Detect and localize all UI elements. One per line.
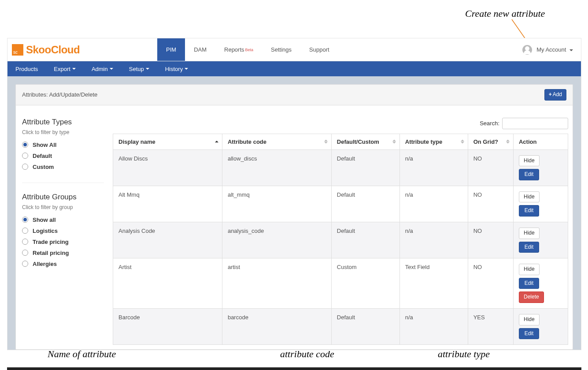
filter-types-title: Attribute Types bbox=[22, 118, 104, 127]
filter-group-radio-item[interactable]: Retail pricing bbox=[22, 250, 104, 256]
filter-type-radio-item[interactable]: Default bbox=[22, 153, 104, 159]
cell-on-grid: NO bbox=[468, 258, 513, 309]
filter-group-radio-item[interactable]: Logistics bbox=[22, 228, 104, 234]
add-attribute-button[interactable]: +Add bbox=[544, 89, 566, 101]
sort-icon bbox=[461, 140, 464, 144]
radio-icon bbox=[22, 217, 28, 223]
sort-icon bbox=[215, 141, 218, 142]
logo[interactable]: sc SkooCloud bbox=[7, 38, 157, 61]
filter-groups-group: Attribute Groups Click to filter by grou… bbox=[22, 193, 104, 280]
radio-icon bbox=[22, 261, 28, 267]
secondbar: ProductsExportAdminSetupHistory bbox=[7, 61, 581, 76]
radio-label: Default bbox=[33, 153, 52, 159]
filter-group-radio-item[interactable]: Show all bbox=[22, 217, 104, 223]
edit-button[interactable]: Edit bbox=[519, 242, 539, 253]
topnav-item-label: Settings bbox=[271, 46, 292, 53]
topnav-item-pim[interactable]: PIM bbox=[157, 38, 185, 61]
my-account-link[interactable]: My Account bbox=[536, 46, 573, 53]
secondbar-item-label: Products bbox=[15, 66, 38, 72]
radio-icon bbox=[22, 250, 28, 256]
cell-on-grid: NO bbox=[468, 186, 513, 222]
secondbar-item-setup[interactable]: Setup bbox=[121, 61, 157, 76]
secondbar-item-history[interactable]: History bbox=[157, 61, 196, 76]
secondbar-item-admin[interactable]: Admin bbox=[84, 61, 121, 76]
cell-default-custom: Default bbox=[331, 149, 399, 186]
filter-types-sub: Click to filter by type bbox=[22, 129, 104, 135]
cell-display-name: Analysis Code bbox=[113, 222, 222, 258]
radio-icon bbox=[22, 164, 28, 170]
filter-type-radio-item[interactable]: Custom bbox=[22, 164, 104, 170]
edit-button[interactable]: Edit bbox=[519, 205, 539, 217]
table-head-row: Display nameAttribute codeDefault/Custom… bbox=[113, 134, 568, 149]
col-header-default-custom[interactable]: Default/Custom bbox=[331, 134, 399, 149]
cell-attribute-code: analysis_code bbox=[222, 222, 331, 258]
delete-button[interactable]: Delete bbox=[519, 292, 544, 303]
table-row: BarcodebarcodeDefaultn/aYESHideEdit bbox=[113, 308, 568, 344]
col-header-label: Display name bbox=[118, 138, 155, 145]
cell-attribute-code: artist bbox=[222, 258, 331, 309]
caret-down-icon bbox=[146, 68, 149, 70]
cell-display-name: Allow Discs bbox=[113, 149, 222, 186]
panel-title: Attributes: Add/Update/Delete bbox=[22, 91, 97, 98]
topnav-item-settings[interactable]: Settings bbox=[262, 38, 300, 61]
hide-button[interactable]: Hide bbox=[519, 264, 540, 275]
secondbar-item-label: Export bbox=[54, 66, 70, 72]
cell-on-grid: NO bbox=[468, 149, 513, 186]
cell-default-custom: Default bbox=[331, 308, 399, 344]
radio-icon bbox=[22, 239, 28, 245]
edit-button[interactable]: Edit bbox=[519, 169, 539, 180]
sort-icon bbox=[506, 140, 510, 144]
caret-down-icon bbox=[570, 49, 573, 51]
radio-label: Show all bbox=[33, 217, 56, 223]
radio-label: Show All bbox=[33, 142, 56, 148]
sidebar-filters: Attribute Types Click to filter by type … bbox=[20, 118, 104, 345]
search-input[interactable] bbox=[502, 118, 568, 129]
radio-label: Trade pricing bbox=[33, 239, 69, 245]
cell-display-name: Alt Mmq bbox=[113, 186, 222, 222]
hide-button[interactable]: Hide bbox=[519, 155, 540, 167]
cell-attribute-type: n/a bbox=[399, 149, 468, 186]
filter-type-radio-item[interactable]: Show All bbox=[22, 142, 104, 148]
sort-icon bbox=[392, 140, 396, 144]
search-label: Search: bbox=[480, 120, 499, 127]
col-header-attribute-type[interactable]: Attribute type bbox=[399, 134, 468, 149]
secondbar-item-products[interactable]: Products bbox=[7, 61, 46, 76]
filter-group-radio-item[interactable]: Allergies bbox=[22, 261, 104, 267]
secondbar-item-export[interactable]: Export bbox=[46, 61, 84, 76]
edit-button[interactable]: Edit bbox=[519, 328, 539, 340]
search-row: Search: bbox=[113, 118, 568, 129]
cell-attribute-code: alt_mmq bbox=[222, 186, 331, 222]
topnav: PIMDAMReportsBetaSettingsSupport bbox=[157, 38, 338, 61]
panel-body: Attribute Types Click to filter by type … bbox=[16, 105, 573, 350]
col-header-label: Attribute code bbox=[228, 138, 266, 145]
filter-groups-sub: Click to filter by group bbox=[22, 204, 104, 210]
cell-actions: HideEdit bbox=[513, 222, 568, 258]
cell-default-custom: Default bbox=[331, 222, 399, 258]
hide-button[interactable]: Hide bbox=[519, 191, 540, 203]
radio-icon bbox=[22, 153, 28, 159]
hide-button[interactable]: Hide bbox=[519, 314, 540, 325]
annotation-create-new: Create new attribute bbox=[465, 8, 545, 19]
topnav-item-label: DAM bbox=[194, 46, 207, 53]
secondbar-item-label: Admin bbox=[92, 66, 108, 72]
topnav-badge: Beta bbox=[245, 48, 254, 52]
topnav-item-dam[interactable]: DAM bbox=[185, 38, 215, 61]
col-header-on-grid-[interactable]: On Grid? bbox=[468, 134, 513, 149]
cell-actions: HideEditDelete bbox=[513, 258, 568, 309]
hide-button[interactable]: Hide bbox=[519, 228, 540, 239]
col-header-display-name[interactable]: Display name bbox=[113, 134, 222, 149]
topnav-item-label: PIM bbox=[166, 46, 176, 53]
secondbar-item-label: History bbox=[165, 66, 183, 72]
topnav-item-reports[interactable]: ReportsBeta bbox=[215, 38, 262, 61]
filter-groups-title: Attribute Groups bbox=[22, 193, 104, 202]
edit-button[interactable]: Edit bbox=[519, 278, 539, 289]
attributes-panel: Attributes: Add/Update/Delete +Add Attri… bbox=[15, 84, 573, 350]
table-row: Analysis Codeanalysis_codeDefaultn/aNOHi… bbox=[113, 222, 568, 258]
topnav-item-support[interactable]: Support bbox=[300, 38, 338, 61]
caret-down-icon bbox=[110, 68, 113, 70]
col-header-label: Default/Custom bbox=[337, 138, 379, 145]
filter-group-radio-item[interactable]: Trade pricing bbox=[22, 239, 104, 245]
col-header-label: Action bbox=[519, 138, 536, 145]
cell-default-custom: Default bbox=[331, 186, 399, 222]
col-header-attribute-code[interactable]: Attribute code bbox=[222, 134, 331, 149]
